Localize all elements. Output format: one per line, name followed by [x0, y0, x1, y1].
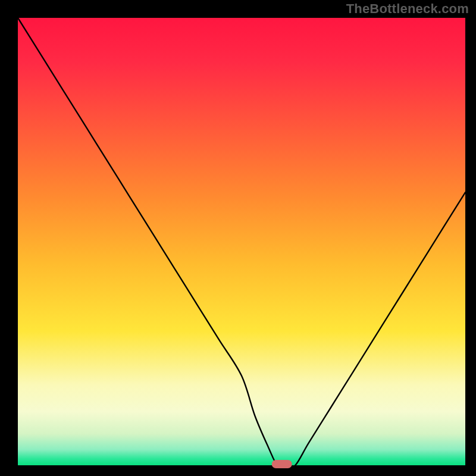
plot-background	[18, 18, 465, 465]
watermark-label: TheBottleneck.com	[346, 1, 469, 17]
chart-svg	[0, 0, 476, 476]
chart-stage: TheBottleneck.com	[0, 0, 476, 476]
optimum-marker	[272, 460, 292, 468]
